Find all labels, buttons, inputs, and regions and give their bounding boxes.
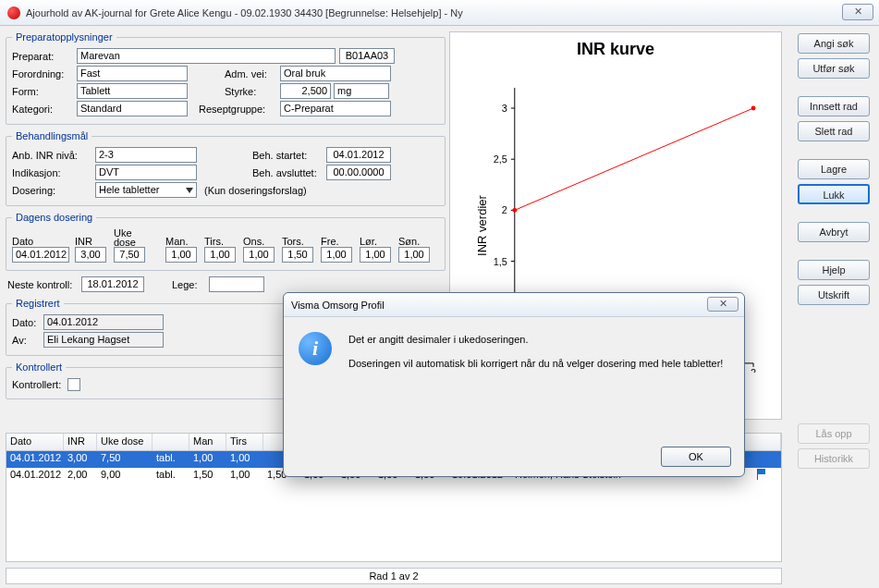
modal-overlay: Visma Omsorg Profil ✕ i Det er angitt de…	[0, 26, 879, 588]
dialog-ok-button[interactable]: OK	[661, 447, 731, 467]
window-title: Ajourhold av AK-journal for Grete Alice …	[26, 7, 463, 18]
info-dialog: Visma Omsorg Profil ✕ i Det er angitt de…	[283, 292, 745, 477]
dialog-titlebar: Visma Omsorg Profil ✕	[284, 293, 744, 317]
dialog-line2: Doseringen vil automatisk bli korrigert …	[348, 356, 723, 371]
info-icon: i	[299, 332, 332, 365]
dialog-title: Visma Omsorg Profil	[291, 300, 385, 311]
window-close-button[interactable]: ✕	[842, 4, 873, 20]
app-icon	[7, 6, 20, 19]
dialog-message: Det er angitt desimaler i ukedoseringen.…	[348, 332, 723, 371]
dialog-close-button[interactable]: ✕	[707, 297, 739, 312]
window-titlebar: Ajourhold av AK-journal for Grete Alice …	[0, 0, 879, 26]
dialog-line1: Det er angitt desimaler i ukedoseringen.	[348, 332, 723, 347]
